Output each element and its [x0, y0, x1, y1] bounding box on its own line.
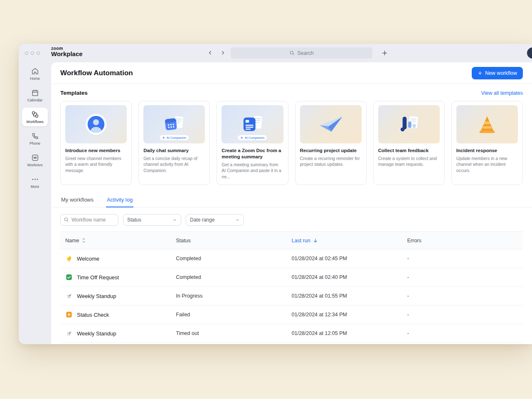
template-card-title: Collect team feedback: [378, 148, 440, 154]
workflow-status-text: Completed: [176, 256, 291, 261]
template-card-title: Daily chat summary: [143, 148, 205, 154]
sidebar-item-label: Home: [22, 76, 48, 81]
ai-companion-badge: AI Companion: [238, 135, 267, 140]
sidebar-item-label: Calendar: [22, 98, 48, 102]
workflow-name-text: Welcome: [77, 256, 99, 262]
chevron-left-icon: [207, 50, 213, 56]
search-icon: [64, 217, 69, 222]
new-workflow-button[interactable]: New workflow: [472, 67, 523, 79]
table-row-welcome[interactable]: Welcome Completed 01/28/2024 at 02:45 PM…: [60, 249, 523, 268]
back-button[interactable]: [206, 48, 215, 57]
column-header-last-run[interactable]: Last run: [292, 238, 407, 244]
avatar[interactable]: [527, 47, 532, 59]
desktop-background: zoom Workplace Search: [0, 0, 532, 399]
template-card-incident-response[interactable]: Incident response Update members in a ne…: [451, 101, 523, 185]
window-minimize-button[interactable]: [31, 52, 34, 55]
workflow-last-run-text: 01/28/2024 at 01:55 PM: [292, 293, 407, 299]
sidebar-item-label: Phone: [22, 141, 48, 145]
plus-icon: [382, 50, 388, 56]
sidebar-item-phone[interactable]: Phone: [22, 129, 48, 148]
workflow-name-text: Status Check: [77, 312, 109, 318]
status-filter-label: Status: [127, 217, 141, 223]
template-card-image: [65, 105, 127, 143]
template-card-zoom-doc-from-meeting-summary[interactable]: AI Companion Create a Zoom Doc from a me…: [217, 101, 288, 185]
bar-chart-icon: [397, 114, 421, 134]
date-range-filter-select[interactable]: Date range: [186, 214, 244, 226]
sort-icon: [81, 238, 86, 243]
template-card-title: Recurring project update: [300, 148, 362, 154]
more-icon: [31, 175, 39, 183]
tab-my-workflows[interactable]: My workflows: [60, 192, 94, 207]
window-body: Home Calendar Workflows Phone Workvivo: [19, 62, 532, 344]
window-maximize-button[interactable]: [37, 52, 40, 55]
activity-log-table: Name Status Last run Errors: [60, 232, 523, 344]
templates-section: Templates View all templates: [51, 84, 532, 192]
template-card-collect-team-feedback[interactable]: Collect team feedback Create a system to…: [373, 101, 445, 185]
template-card-description: Create a recurring reminder for project …: [300, 155, 362, 167]
table-row-status-check[interactable]: Status Check Failed 01/28/2024 at 12:34 …: [60, 305, 523, 324]
forward-button[interactable]: [218, 48, 227, 57]
person-circle-icon: [85, 113, 107, 135]
column-header-errors[interactable]: Errors: [407, 238, 523, 244]
template-card-daily-chat-summary[interactable]: AI Companion Daily chat summary Get a co…: [138, 101, 210, 185]
zoom-workplace-window: zoom Workplace Search: [19, 44, 532, 344]
status-filter-select[interactable]: Status: [123, 214, 181, 226]
column-header-status[interactable]: Status: [176, 238, 291, 244]
add-tab-button[interactable]: [379, 48, 389, 58]
search-icon: [289, 50, 295, 56]
rocket-icon: [65, 330, 73, 337]
workflow-errors-text: -: [407, 256, 523, 261]
global-search[interactable]: Search: [231, 47, 372, 59]
template-card-introduce-new-members[interactable]: Introduce new members Greet new channel …: [60, 101, 132, 185]
main-content: Workflow Automation New workflow Templat…: [51, 62, 532, 344]
template-card-image: [456, 105, 518, 143]
sidebar-item-workflows[interactable]: Workflows: [22, 108, 48, 126]
template-card-recurring-project-update[interactable]: Recurring project update Create a recurr…: [295, 101, 367, 185]
template-card-description: Get a meeting summary from AI Companion …: [222, 162, 283, 180]
sidebar-item-calendar[interactable]: Calendar: [22, 86, 48, 105]
calendar-doc-icon: [162, 114, 186, 134]
topbar: zoom Workplace Search: [51, 44, 532, 62]
template-cards: Introduce new members Greet new channel …: [60, 101, 523, 185]
paper-plane-icon: [318, 115, 343, 134]
home-icon: [31, 67, 39, 75]
template-card-title: Incident response: [456, 148, 518, 154]
app-sidebar: Home Calendar Workflows Phone Workvivo: [19, 62, 51, 344]
table-row-weekly-standup-2[interactable]: Weekly Standup Timed out 01/28/2024 at 1…: [60, 324, 523, 343]
sidebar-item-label: Workflows: [22, 120, 48, 124]
view-all-templates-link[interactable]: View all templates: [481, 90, 523, 96]
column-header-name[interactable]: Name: [60, 238, 176, 244]
template-card-image: AI Companion: [143, 105, 205, 143]
table-row-weekly-standup[interactable]: Weekly Standup In Progress 01/28/2024 at…: [60, 287, 523, 305]
ai-companion-badge: AI Companion: [160, 135, 189, 140]
sidebar-item-workvivo[interactable]: Workvivo: [22, 151, 48, 170]
template-card-title: Introduce new members: [65, 148, 127, 154]
filters-bar: Status Date range: [51, 207, 532, 231]
zoom-doc-icon: [240, 114, 264, 134]
sidebar-item-home[interactable]: Home: [22, 64, 48, 83]
workflow-status-text: Timed out: [176, 330, 291, 336]
workflow-errors-text: -: [407, 330, 523, 336]
workflow-errors-text: -: [407, 312, 523, 318]
workflow-errors-text: -: [407, 274, 523, 280]
workflow-tabs: My workflows Activity log: [51, 192, 532, 207]
workflow-errors-text: -: [407, 293, 523, 299]
template-card-title: Create a Zoom Doc from a meeting summary: [222, 148, 283, 160]
window-close-button[interactable]: [25, 52, 28, 55]
window-titlebar: zoom Workplace Search: [19, 44, 532, 62]
table-row-partial[interactable]: [60, 343, 523, 344]
sidebar-item-more[interactable]: More: [22, 172, 48, 191]
template-card-description: Greet new channel members with a warm an…: [65, 155, 127, 173]
phone-icon: [31, 132, 39, 140]
workflow-name-input[interactable]: [60, 214, 118, 226]
tab-activity-log[interactable]: Activity log: [106, 192, 133, 207]
workflow-name-text: Time Off Request: [77, 274, 119, 281]
template-card-image: AI Companion: [222, 105, 283, 143]
template-card-description: Update members in a new channel when an …: [456, 155, 518, 173]
workflow-last-run-text: 01/28/2024 at 12:34 PM: [292, 312, 407, 318]
traffic-cone-icon: [476, 114, 498, 134]
star-badge-icon: [65, 311, 73, 318]
table-row-time-off-request[interactable]: Time Off Request Completed 01/28/2024 at…: [60, 268, 523, 287]
search-placeholder-text: Search: [297, 50, 314, 56]
new-workflow-label: New workflow: [485, 70, 517, 76]
